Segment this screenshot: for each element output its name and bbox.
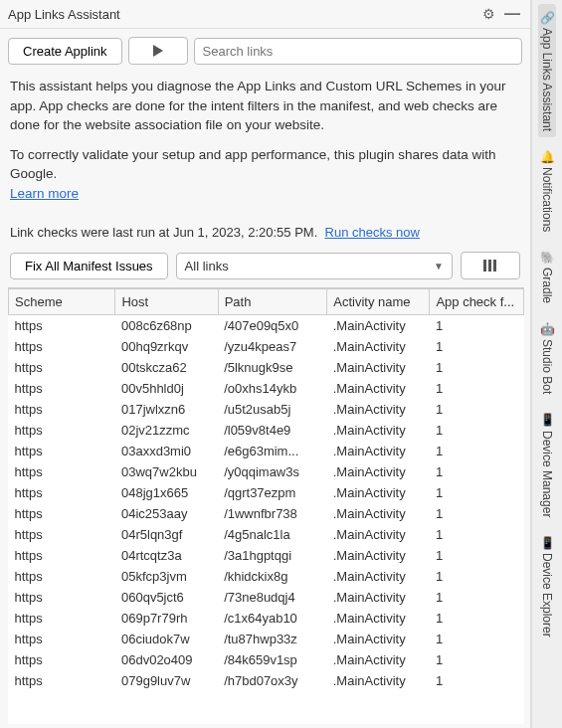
- links-table-wrap[interactable]: Scheme Host Path Activity name App check…: [8, 287, 524, 724]
- rail-item-notifications[interactable]: 🔔Notifications: [538, 143, 556, 238]
- elephant-icon: 🐘: [540, 250, 554, 264]
- rail-item-label: Studio Bot: [540, 339, 554, 394]
- columns-icon: [482, 259, 498, 273]
- cell-scheme: https: [9, 399, 115, 420]
- cell-scheme: https: [9, 629, 115, 649]
- cell-check: 1: [430, 587, 524, 608]
- cell-scheme: https: [9, 378, 115, 399]
- table-row[interactable]: https03axxd3mi0/e6g63mim....MainActivity…: [9, 441, 524, 461]
- cell-path: /tu87hwp33z: [218, 629, 327, 649]
- cell-scheme: https: [9, 482, 115, 503]
- cell-activity: .MainActivity: [327, 608, 430, 629]
- table-row[interactable]: https04r5lqn3gf/4g5nalc1la.MainActivity1: [9, 524, 524, 545]
- cell-path: /l059v8t4e9: [218, 420, 327, 441]
- description-block: This assistant helps you diagnose the Ap…: [0, 73, 530, 223]
- rail-item-label: Gradle: [540, 268, 554, 303]
- cell-path: /yzu4kpeas7: [218, 336, 327, 357]
- bot-icon: 🤖: [540, 321, 554, 335]
- create-applink-button[interactable]: Create Applink: [8, 38, 122, 65]
- status-row: Link checks were last run at Jun 1, 2023…: [0, 223, 530, 248]
- col-header-host[interactable]: Host: [115, 289, 218, 315]
- description-p1: This assistant helps you diagnose the Ap…: [10, 77, 520, 135]
- controls-row: Fix All Manifest Issues All links ▼: [0, 248, 530, 287]
- cell-host: 008c6z68np: [115, 315, 218, 337]
- rail-item-studio-bot[interactable]: 🤖Studio Bot: [538, 315, 556, 400]
- description-p2: To correctly validate your setup and app…: [10, 145, 520, 204]
- cell-scheme: https: [9, 608, 115, 629]
- table-row[interactable]: https048jg1x665/qgrt37ezpm.MainActivity1: [9, 482, 524, 503]
- cell-path: /c1x64yab10: [218, 608, 327, 629]
- col-header-path[interactable]: Path: [218, 289, 327, 315]
- minimize-icon[interactable]: —: [502, 4, 522, 24]
- cell-activity: .MainActivity: [327, 378, 430, 399]
- table-row[interactable]: https03wq7w2kbu/y0qqimaw3s.MainActivity1: [9, 461, 524, 482]
- svg-rect-2: [488, 260, 491, 272]
- rail-item-device-manager[interactable]: 📱Device Manager: [538, 407, 556, 523]
- search-input[interactable]: [194, 38, 522, 65]
- cell-activity: .MainActivity: [327, 566, 430, 587]
- table-row[interactable]: https00hq9zrkqv/yzu4kpeas7.MainActivity1: [9, 336, 524, 357]
- col-header-activity[interactable]: Activity name: [327, 289, 430, 315]
- cell-activity: .MainActivity: [327, 336, 430, 357]
- toolbar: Create Applink: [0, 29, 530, 73]
- fix-manifest-button[interactable]: Fix All Manifest Issues: [10, 253, 168, 279]
- cell-check: 1: [430, 649, 524, 670]
- panel-title: App Links Assistant: [8, 7, 474, 22]
- cell-path: /h7bd07ox3y: [218, 670, 327, 691]
- cell-host: 00hq9zrkqv: [115, 336, 218, 357]
- cell-host: 06ciudok7w: [115, 629, 218, 649]
- table-row[interactable]: https069p7r79rh/c1x64yab10.MainActivity1: [9, 608, 524, 629]
- cell-path: /y0qqimaw3s: [218, 461, 327, 482]
- columns-button[interactable]: [461, 252, 520, 279]
- gear-icon[interactable]: ⚙: [478, 4, 498, 24]
- filter-select[interactable]: All links ▼: [176, 253, 453, 279]
- cell-scheme: https: [9, 545, 115, 566]
- cell-path: /1wwnfbr738: [218, 503, 327, 524]
- chevron-down-icon: ▼: [434, 261, 444, 272]
- table-row[interactable]: https079g9luv7w/h7bd07ox3y.MainActivity1: [9, 670, 524, 691]
- cell-check: 1: [430, 461, 524, 482]
- cell-check: 1: [430, 608, 524, 629]
- table-row[interactable]: https060qv5jct6/73ne8udqj4.MainActivity1: [9, 587, 524, 608]
- play-icon: [153, 45, 163, 57]
- table-row[interactable]: https017jwlxzn6/u5t2usab5j.MainActivity1: [9, 399, 524, 420]
- cell-activity: .MainActivity: [327, 399, 430, 420]
- rail-item-device-explorer[interactable]: 📱Device Explorer: [538, 529, 556, 643]
- table-row[interactable]: https06ciudok7w/tu87hwp33z.MainActivity1: [9, 629, 524, 649]
- table-row[interactable]: https008c6z68np/407e09q5x0.MainActivity1: [9, 315, 524, 337]
- cell-host: 06dv02o409: [115, 649, 218, 670]
- rail-item-app-links-assistant[interactable]: 🔗App Links Assistant: [538, 4, 556, 137]
- table-row[interactable]: https02jv21zzmc/l059v8t4e9.MainActivity1: [9, 420, 524, 441]
- cell-activity: .MainActivity: [327, 629, 430, 649]
- cell-host: 03axxd3mi0: [115, 441, 218, 461]
- cell-check: 1: [430, 524, 524, 545]
- table-row[interactable]: https04ic253aay/1wwnfbr738.MainActivity1: [9, 503, 524, 524]
- filter-select-value: All links: [185, 259, 229, 273]
- cell-check: 1: [430, 441, 524, 461]
- cell-host: 02jv21zzmc: [115, 420, 218, 441]
- cell-path: /73ne8udqj4: [218, 587, 327, 608]
- cell-host: 069p7r79rh: [115, 608, 218, 629]
- run-button[interactable]: [128, 37, 188, 65]
- col-header-scheme[interactable]: Scheme: [9, 289, 115, 315]
- cell-check: 1: [430, 420, 524, 441]
- col-header-check[interactable]: App check f...: [430, 289, 524, 315]
- cell-scheme: https: [9, 670, 115, 691]
- cell-activity: .MainActivity: [327, 545, 430, 566]
- run-checks-link[interactable]: Run checks now: [325, 225, 420, 240]
- rail-item-gradle[interactable]: 🐘Gradle: [538, 244, 556, 309]
- cell-activity: .MainActivity: [327, 461, 430, 482]
- side-rail: 🔗App Links Assistant🔔Notifications🐘Gradl…: [531, 0, 562, 728]
- table-row[interactable]: https00v5hhld0j/o0xhs14ykb.MainActivity1: [9, 378, 524, 399]
- svg-marker-0: [153, 45, 163, 57]
- table-row[interactable]: https06dv02o409/84k659v1sp.MainActivity1: [9, 649, 524, 670]
- table-row[interactable]: https00tskcza62/5lknugk9se.MainActivity1: [9, 357, 524, 378]
- cell-path: /khidckix8g: [218, 566, 327, 587]
- cell-host: 03wq7w2kbu: [115, 461, 218, 482]
- table-row[interactable]: https05kfcp3jvm/khidckix8g.MainActivity1: [9, 566, 524, 587]
- table-row[interactable]: https04rtcqtz3a/3a1hgptqgi.MainActivity1: [9, 545, 524, 566]
- learn-more-link[interactable]: Learn more: [10, 186, 79, 201]
- bell-icon: 🔔: [540, 149, 554, 163]
- cell-host: 05kfcp3jvm: [115, 566, 218, 587]
- cell-host: 00tskcza62: [115, 357, 218, 378]
